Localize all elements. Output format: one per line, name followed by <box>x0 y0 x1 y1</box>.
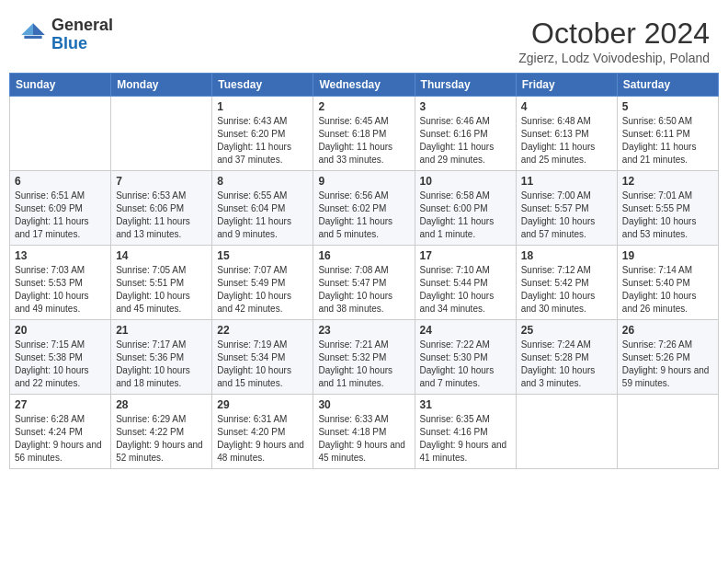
day-info: Sunrise: 6:29 AM Sunset: 4:22 PM Dayligh… <box>116 413 207 465</box>
day-info: Sunrise: 6:35 AM Sunset: 4:16 PM Dayligh… <box>420 413 511 465</box>
calendar-cell: 27Sunrise: 6:28 AM Sunset: 4:24 PM Dayli… <box>10 395 111 469</box>
weekday-header-monday: Monday <box>111 74 212 97</box>
calendar-cell: 20Sunrise: 7:15 AM Sunset: 5:38 PM Dayli… <box>10 320 111 395</box>
day-info: Sunrise: 6:50 AM Sunset: 6:11 PM Dayligh… <box>622 115 713 167</box>
calendar-cell: 12Sunrise: 7:01 AM Sunset: 5:55 PM Dayli… <box>617 171 718 246</box>
weekday-header-saturday: Saturday <box>617 74 718 97</box>
calendar-week-1: 1Sunrise: 6:43 AM Sunset: 6:20 PM Daylig… <box>10 97 719 171</box>
day-number: 22 <box>217 324 308 337</box>
day-info: Sunrise: 7:15 AM Sunset: 5:38 PM Dayligh… <box>15 339 106 390</box>
calendar-cell: 25Sunrise: 7:24 AM Sunset: 5:28 PM Dayli… <box>516 320 617 395</box>
calendar-week-3: 13Sunrise: 7:03 AM Sunset: 5:53 PM Dayli… <box>10 246 719 320</box>
title-area: October 2024 Zgierz, Lodz Voivodeship, P… <box>518 17 710 65</box>
day-number: 4 <box>521 100 612 113</box>
calendar-week-5: 27Sunrise: 6:28 AM Sunset: 4:24 PM Dayli… <box>10 395 719 469</box>
calendar-cell <box>111 97 212 171</box>
day-info: Sunrise: 7:05 AM Sunset: 5:51 PM Dayligh… <box>116 264 207 316</box>
calendar-cell <box>516 395 617 469</box>
logo-line1: General <box>51 17 113 35</box>
calendar-cell: 31Sunrise: 6:35 AM Sunset: 4:16 PM Dayli… <box>415 395 516 469</box>
calendar-week-2: 6Sunrise: 6:51 AM Sunset: 6:09 PM Daylig… <box>10 171 719 246</box>
day-info: Sunrise: 7:01 AM Sunset: 5:55 PM Dayligh… <box>622 190 713 241</box>
location-subtitle: Zgierz, Lodz Voivodeship, Poland <box>518 51 710 65</box>
day-number: 8 <box>217 175 308 188</box>
calendar-cell: 15Sunrise: 7:07 AM Sunset: 5:49 PM Dayli… <box>212 246 313 320</box>
weekday-header-friday: Friday <box>516 74 617 97</box>
day-info: Sunrise: 7:12 AM Sunset: 5:42 PM Dayligh… <box>521 264 612 316</box>
weekday-header-sunday: Sunday <box>10 74 111 97</box>
day-number: 24 <box>420 324 511 337</box>
calendar-cell: 6Sunrise: 6:51 AM Sunset: 6:09 PM Daylig… <box>10 171 111 246</box>
day-info: Sunrise: 7:14 AM Sunset: 5:40 PM Dayligh… <box>622 264 713 316</box>
day-info: Sunrise: 6:58 AM Sunset: 6:00 PM Dayligh… <box>420 190 511 241</box>
day-info: Sunrise: 7:24 AM Sunset: 5:28 PM Dayligh… <box>521 339 612 390</box>
svg-marker-1 <box>21 23 33 35</box>
day-number: 6 <box>15 175 106 188</box>
day-number: 9 <box>318 175 409 188</box>
calendar-cell: 2Sunrise: 6:45 AM Sunset: 6:18 PM Daylig… <box>313 97 415 171</box>
calendar-cell: 18Sunrise: 7:12 AM Sunset: 5:42 PM Dayli… <box>516 246 617 320</box>
weekday-header-thursday: Thursday <box>415 74 516 97</box>
day-number: 23 <box>318 324 409 337</box>
day-number: 19 <box>622 249 713 262</box>
day-info: Sunrise: 7:10 AM Sunset: 5:44 PM Dayligh… <box>420 264 511 316</box>
day-number: 1 <box>217 100 308 113</box>
day-number: 28 <box>116 398 207 411</box>
day-info: Sunrise: 6:53 AM Sunset: 6:06 PM Dayligh… <box>116 190 207 241</box>
day-number: 14 <box>116 249 207 262</box>
calendar-cell: 16Sunrise: 7:08 AM Sunset: 5:47 PM Dayli… <box>313 246 415 320</box>
day-info: Sunrise: 6:45 AM Sunset: 6:18 PM Dayligh… <box>318 115 409 167</box>
calendar-cell <box>617 395 718 469</box>
calendar-cell: 21Sunrise: 7:17 AM Sunset: 5:36 PM Dayli… <box>111 320 212 395</box>
day-number: 13 <box>15 249 106 262</box>
day-number: 12 <box>622 175 713 188</box>
day-number: 11 <box>521 175 612 188</box>
day-number: 3 <box>420 100 511 113</box>
day-number: 26 <box>622 324 713 337</box>
day-info: Sunrise: 6:55 AM Sunset: 6:04 PM Dayligh… <box>217 190 308 241</box>
weekday-header-row: SundayMondayTuesdayWednesdayThursdayFrid… <box>10 74 719 97</box>
calendar-cell: 10Sunrise: 6:58 AM Sunset: 6:00 PM Dayli… <box>415 171 516 246</box>
calendar-cell: 8Sunrise: 6:55 AM Sunset: 6:04 PM Daylig… <box>212 171 313 246</box>
calendar-cell: 29Sunrise: 6:31 AM Sunset: 4:20 PM Dayli… <box>212 395 313 469</box>
calendar-body: 1Sunrise: 6:43 AM Sunset: 6:20 PM Daylig… <box>10 97 719 469</box>
weekday-header-wednesday: Wednesday <box>313 74 415 97</box>
calendar-cell: 4Sunrise: 6:48 AM Sunset: 6:13 PM Daylig… <box>516 97 617 171</box>
calendar-cell: 26Sunrise: 7:26 AM Sunset: 5:26 PM Dayli… <box>617 320 718 395</box>
day-info: Sunrise: 6:31 AM Sunset: 4:20 PM Dayligh… <box>217 413 308 465</box>
day-number: 7 <box>116 175 207 188</box>
day-number: 25 <box>521 324 612 337</box>
day-number: 29 <box>217 398 308 411</box>
logo: General Blue <box>18 17 113 53</box>
calendar-cell: 9Sunrise: 6:56 AM Sunset: 6:02 PM Daylig… <box>313 171 415 246</box>
day-info: Sunrise: 6:33 AM Sunset: 4:18 PM Dayligh… <box>318 413 409 465</box>
calendar-cell <box>10 97 111 171</box>
calendar-cell: 13Sunrise: 7:03 AM Sunset: 5:53 PM Dayli… <box>10 246 111 320</box>
calendar-cell: 14Sunrise: 7:05 AM Sunset: 5:51 PM Dayli… <box>111 246 212 320</box>
day-info: Sunrise: 6:46 AM Sunset: 6:16 PM Dayligh… <box>420 115 511 167</box>
day-number: 27 <box>15 398 106 411</box>
logo-text: General Blue <box>51 17 113 53</box>
logo-line2: Blue <box>51 35 113 53</box>
calendar-cell: 23Sunrise: 7:21 AM Sunset: 5:32 PM Dayli… <box>313 320 415 395</box>
day-info: Sunrise: 7:22 AM Sunset: 5:30 PM Dayligh… <box>420 339 511 390</box>
day-number: 31 <box>420 398 511 411</box>
day-number: 18 <box>521 249 612 262</box>
month-title: October 2024 <box>518 17 710 51</box>
day-info: Sunrise: 7:21 AM Sunset: 5:32 PM Dayligh… <box>318 339 409 390</box>
day-number: 10 <box>420 175 511 188</box>
day-info: Sunrise: 7:17 AM Sunset: 5:36 PM Dayligh… <box>116 339 207 390</box>
day-info: Sunrise: 7:08 AM Sunset: 5:47 PM Dayligh… <box>318 264 409 316</box>
day-info: Sunrise: 7:00 AM Sunset: 5:57 PM Dayligh… <box>521 190 612 241</box>
day-info: Sunrise: 7:07 AM Sunset: 5:49 PM Dayligh… <box>217 264 308 316</box>
day-info: Sunrise: 7:26 AM Sunset: 5:26 PM Dayligh… <box>622 339 713 390</box>
day-info: Sunrise: 7:19 AM Sunset: 5:34 PM Dayligh… <box>217 339 308 390</box>
svg-rect-2 <box>24 36 41 39</box>
calendar-cell: 11Sunrise: 7:00 AM Sunset: 5:57 PM Dayli… <box>516 171 617 246</box>
calendar-table: SundayMondayTuesdayWednesdayThursdayFrid… <box>9 73 719 469</box>
day-number: 16 <box>318 249 409 262</box>
day-number: 17 <box>420 249 511 262</box>
calendar-cell: 19Sunrise: 7:14 AM Sunset: 5:40 PM Dayli… <box>617 246 718 320</box>
day-number: 30 <box>318 398 409 411</box>
day-number: 20 <box>15 324 106 337</box>
